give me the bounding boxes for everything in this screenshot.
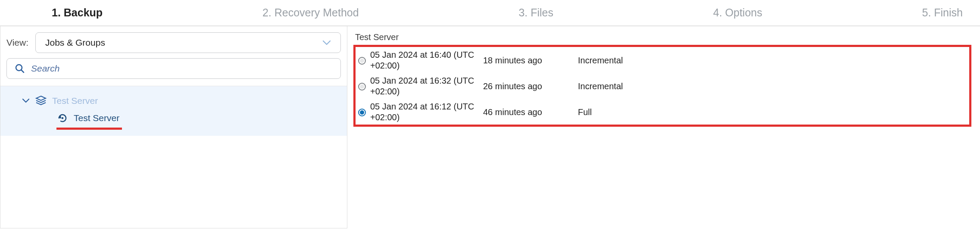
recovery-point-type: Incremental (578, 56, 965, 66)
main-area: View: Jobs & Groups (0, 26, 980, 228)
recovery-point-row[interactable]: 05 Jan 2024 at 16:40 (UTC +02:00) 18 min… (356, 47, 969, 73)
recovery-points-box: 05 Jan 2024 at 16:40 (UTC +02:00) 18 min… (353, 45, 971, 127)
recovery-points-title: Test Server (353, 32, 977, 42)
recovery-point-date: 05 Jan 2024 at 16:12 (UTC +02:00) (370, 101, 479, 123)
view-row: View: Jobs & Groups (0, 31, 347, 58)
view-select-value: Jobs & Groups (45, 37, 105, 48)
backup-tree: Test Server Test Server (0, 86, 347, 136)
recovery-point-row[interactable]: 05 Jan 2024 at 16:12 (UTC +02:00) 46 min… (356, 99, 969, 125)
search-icon (15, 63, 25, 74)
step-files[interactable]: 3. Files (518, 6, 553, 19)
right-pane: Test Server 05 Jan 2024 at 16:40 (UTC +0… (347, 26, 980, 228)
svg-point-2 (62, 117, 64, 119)
step-recovery-method[interactable]: 2. Recovery Method (262, 6, 359, 19)
search-wrap[interactable] (6, 58, 341, 79)
tree-item-child[interactable]: Test Server (0, 109, 347, 127)
recovery-point-age: 46 minutes ago (483, 107, 574, 117)
svg-line-1 (22, 70, 24, 73)
chevron-down-icon (322, 40, 331, 46)
recovery-point-type: Full (578, 107, 965, 117)
highlight-underline (56, 128, 122, 130)
radio-button[interactable] (358, 57, 366, 65)
recovery-point-age: 26 minutes ago (483, 81, 574, 91)
left-pane: View: Jobs & Groups (0, 26, 347, 228)
recovery-point-type: Incremental (578, 81, 965, 91)
view-label: View: (6, 37, 28, 48)
chevron-down-icon (22, 98, 30, 103)
step-options[interactable]: 4. Options (713, 6, 762, 19)
tree-item-label: Test Server (74, 113, 119, 123)
wizard-steps: 1. Backup 2. Recovery Method 3. Files 4.… (0, 0, 980, 26)
search-row (0, 58, 347, 79)
radio-button[interactable] (358, 83, 366, 91)
restore-icon (56, 112, 69, 124)
search-input[interactable] (30, 63, 333, 74)
recovery-point-row[interactable]: 05 Jan 2024 at 16:32 (UTC +02:00) 26 min… (356, 73, 969, 99)
stack-icon (35, 95, 47, 107)
recovery-point-age: 18 minutes ago (483, 56, 574, 66)
view-select[interactable]: Jobs & Groups (35, 32, 341, 53)
recovery-point-date: 05 Jan 2024 at 16:32 (UTC +02:00) (370, 75, 479, 97)
recovery-point-date: 05 Jan 2024 at 16:40 (UTC +02:00) (370, 50, 479, 71)
tree-item-label: Test Server (52, 96, 98, 106)
tree-item-parent[interactable]: Test Server (0, 92, 347, 109)
step-backup[interactable]: 1. Backup (52, 6, 103, 19)
radio-button[interactable] (358, 109, 366, 116)
step-finish[interactable]: 5. Finish (922, 6, 963, 19)
